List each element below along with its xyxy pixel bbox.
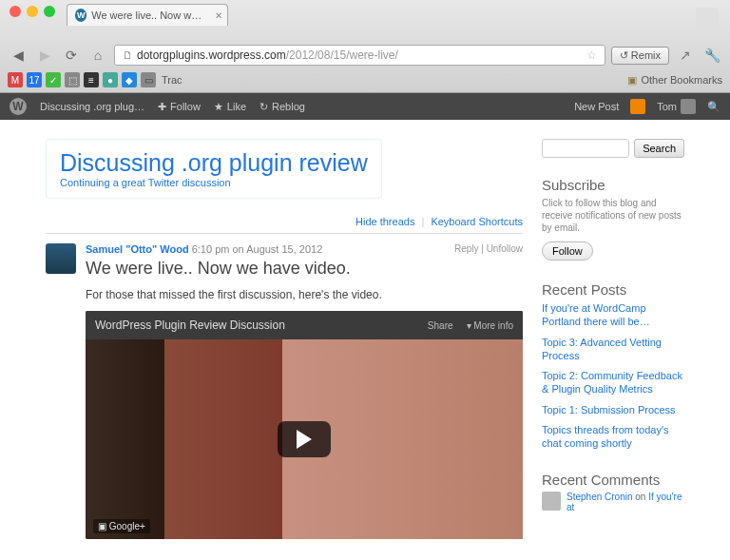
adminbar-search-icon[interactable]: 🔍 — [707, 101, 720, 113]
post-timestamp: 6:10 pm on August 15, 2012 — [192, 243, 323, 255]
recent-posts-heading: Recent Posts — [542, 281, 684, 298]
keyboard-shortcuts-link[interactable]: Keyboard Shortcuts — [431, 216, 523, 227]
bookmark-item[interactable]: ✓ — [46, 72, 61, 87]
play-button-icon[interactable] — [278, 421, 331, 457]
reply-link[interactable]: Reply — [454, 243, 479, 254]
follow-button[interactable]: Follow — [542, 241, 593, 261]
post-title: We were live.. Now we have video. — [86, 259, 523, 279]
post-byline: Reply | Unfollow Samuel "Otto" Wood 6:10… — [86, 243, 523, 255]
recent-comments-widget: Recent Comments Stephen Cronin on If you… — [542, 472, 684, 512]
browser-chrome: W We were live.. Now we have ✕ ◀ ▶ ⟳ ⌂ 🗋… — [0, 0, 730, 93]
chevron-down-icon: ▾ — [467, 320, 471, 331]
wrench-icon[interactable]: 🔧 — [701, 45, 722, 66]
hide-threads-link[interactable]: Hide threads — [355, 216, 414, 227]
post-actions-row: Hide threads | Keyboard Shortcuts — [46, 216, 523, 234]
site-tagline: Continuing a great Twitter discussion — [60, 177, 368, 188]
subscribe-widget: Subscribe Click to follow this blog and … — [542, 177, 684, 261]
author-link[interactable]: Samuel "Otto" Wood — [86, 243, 189, 255]
remix-icon: ↺ — [620, 49, 628, 62]
subscribe-description: Click to follow this blog and receive no… — [542, 197, 684, 234]
reload-button[interactable]: ⟳ — [61, 45, 82, 66]
folder-icon: ▣ — [627, 74, 637, 87]
bookmark-item[interactable]: ● — [103, 72, 118, 87]
commenter-link[interactable]: Stephen Cronin — [567, 492, 633, 502]
adminbar-like[interactable]: ★Like — [214, 101, 246, 113]
recent-post-link[interactable]: Topic 2: Community Feedback & Plugin Qua… — [542, 369, 684, 396]
bookmark-trac[interactable]: Trac — [162, 74, 182, 86]
adminbar-site-name[interactable]: Discussing .org plug… — [40, 101, 144, 112]
recent-posts-widget: Recent Posts If you're at WordCamp Portl… — [542, 281, 684, 451]
sidebar: Search Subscribe Click to follow this bl… — [542, 139, 684, 539]
post: Reply | Unfollow Samuel "Otto" Wood 6:10… — [46, 243, 523, 539]
remix-button[interactable]: ↺Remix — [611, 47, 669, 65]
video-title: WordPress Plugin Review Discussion — [95, 319, 285, 332]
comment-on-text: on — [633, 492, 649, 502]
bookmark-star-icon[interactable]: ☆ — [586, 48, 597, 62]
adminbar-new-post[interactable]: New Post — [574, 101, 619, 112]
recent-post-link[interactable]: Topics threads from today's chat coming … — [542, 423, 684, 451]
adminbar-follow[interactable]: ✚Follow — [158, 101, 201, 113]
bookmark-item[interactable]: 17 — [27, 72, 42, 87]
separator: | — [421, 216, 424, 227]
notifications-icon[interactable] — [630, 99, 645, 114]
video-header: WordPress Plugin Review Discussion Share… — [86, 311, 523, 339]
bookmark-gmail[interactable]: M — [8, 72, 23, 87]
search-input[interactable] — [542, 139, 629, 158]
share-icon[interactable]: ↗ — [675, 45, 696, 66]
url-host: dotorgplugins.wordpress.com — [137, 48, 286, 62]
unfollow-link[interactable]: Unfollow — [487, 243, 523, 254]
other-bookmarks-label: Other Bookmarks — [641, 74, 722, 86]
video-frame[interactable]: ▣ Google+ — [86, 339, 523, 539]
tab-close-icon[interactable]: ✕ — [215, 10, 222, 21]
adminbar-user[interactable]: Tom — [657, 99, 696, 114]
recent-post-link[interactable]: If you're at WordCamp Portland there wil… — [542, 301, 684, 329]
tab-title: We were live.. Now we have — [91, 10, 206, 21]
site-header: Discussing .org plugin review Continuing… — [46, 139, 382, 199]
reblog-icon: ↻ — [259, 101, 268, 113]
browser-tab[interactable]: W We were live.. Now we have ✕ — [67, 4, 228, 26]
remix-label: Remix — [631, 49, 661, 61]
url-path: /2012/08/15/were-live/ — [286, 48, 398, 62]
google-plus-badge: ▣ Google+ — [93, 519, 150, 533]
video-share-link[interactable]: Share — [428, 320, 453, 331]
post-body-text: For those that missed the first discussi… — [86, 288, 523, 301]
search-button[interactable]: Search — [634, 139, 684, 158]
other-bookmarks[interactable]: ▣ Other Bookmarks — [627, 74, 722, 87]
subscribe-heading: Subscribe — [542, 177, 684, 193]
site-title[interactable]: Discussing .org plugin review — [60, 149, 368, 177]
search-widget: Search — [542, 139, 684, 158]
video-embed: WordPress Plugin Review Discussion Share… — [86, 311, 523, 539]
recent-comment-item: Stephen Cronin on If you're at — [542, 492, 684, 512]
bookmark-item[interactable]: ⬚ — [65, 72, 80, 87]
wordpress-logo-icon[interactable]: W — [10, 98, 27, 115]
home-button[interactable]: ⌂ — [87, 45, 108, 66]
page-body: Discussing .org plugin review Continuing… — [0, 120, 730, 560]
tab-strip: W We were live.. Now we have ✕ — [0, 4, 730, 26]
video-more-info[interactable]: ▾ More info — [467, 320, 513, 331]
url-text: dotorgplugins.wordpress.com/2012/08/15/w… — [137, 48, 583, 62]
page-icon: 🗋 — [123, 49, 133, 61]
bookmark-folder[interactable]: ▭ — [141, 72, 156, 87]
recent-posts-list: If you're at WordCamp Portland there wil… — [542, 301, 684, 451]
author-avatar[interactable] — [46, 243, 76, 274]
plus-icon: ✚ — [158, 101, 166, 113]
bookmark-buffer[interactable]: ≡ — [84, 72, 99, 87]
commenter-avatar[interactable] — [542, 492, 561, 511]
wordpress-favicon: W — [75, 9, 86, 22]
url-bar[interactable]: 🗋 dotorgplugins.wordpress.com/2012/08/15… — [114, 45, 605, 66]
nav-toolbar: ◀ ▶ ⟳ ⌂ 🗋 dotorgplugins.wordpress.com/20… — [0, 41, 730, 69]
back-button[interactable]: ◀ — [8, 45, 29, 66]
adminbar-reblog[interactable]: ↻Reblog — [259, 101, 305, 113]
wp-admin-bar: W Discussing .org plug… ✚Follow ★Like ↻R… — [0, 93, 730, 120]
forward-button[interactable]: ▶ — [34, 45, 55, 66]
recent-comments-heading: Recent Comments — [542, 472, 684, 488]
star-icon: ★ — [214, 101, 223, 113]
bookmark-dropbox[interactable]: ◆ — [122, 72, 137, 87]
recent-post-link[interactable]: Topic 1: Submission Process — [542, 403, 684, 416]
bookmarks-bar: M 17 ✓ ⬚ ≡ ● ◆ ▭ Trac ▣ Other Bookmarks — [0, 69, 730, 92]
recent-post-link[interactable]: Topic 3: Advanced Vetting Process — [542, 336, 684, 363]
user-avatar-icon — [681, 99, 696, 114]
main-column: Discussing .org plugin review Continuing… — [46, 139, 523, 539]
